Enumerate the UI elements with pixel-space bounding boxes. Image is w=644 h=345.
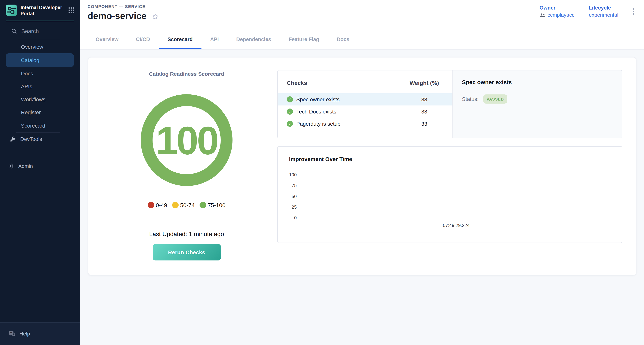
check-detail-title: Spec owner exists [462,79,613,85]
kebab-menu-icon[interactable] [633,5,634,15]
legend-item-high: 75-100 [200,202,226,208]
column-header-checks: Checks [287,80,400,86]
x-axis-tick: 07:49:29.224 [443,223,470,228]
last-updated-text: Last Updated: 1 minute ago [96,231,277,238]
tab-overview[interactable]: Overview [87,28,127,49]
sidebar-item-docs[interactable]: Docs [0,67,80,80]
y-axis-tick: 0 [283,215,297,220]
rerun-checks-button[interactable]: Rerun Checks [152,244,221,260]
scorecard-card: Catalog Readiness Scorecard 100 0-49 [88,57,636,275]
sidebar-item-label: DevTools [20,136,42,142]
admin-label: Admin [18,163,33,169]
score-value: 100 [156,118,217,162]
y-axis-tick: 50 [283,194,297,199]
search-icon [11,28,17,34]
sidebar-item-admin[interactable]: Admin [0,160,80,172]
sidebar-help[interactable]: ? Help [0,322,80,345]
legend-dot-yellow [172,202,178,208]
sidebar-item-label: Register [21,110,41,116]
help-icon: ? [8,330,16,337]
check-passed-icon [287,108,293,114]
sidebar: Internal Developer Portal Overview Catal… [0,0,80,345]
page-title: demo-service [88,11,146,21]
app-root: Internal Developer Portal Overview Catal… [0,0,644,345]
status-label: Status: [462,96,478,102]
checks-table: Checks Weight (%) Spec owner exists 33 [278,70,452,138]
legend-item-low: 0-49 [148,202,167,208]
check-weight: 33 [400,121,448,127]
check-name: Pagerduty is setup [296,121,340,127]
lifecycle-block: Lifecycle experimental [589,5,618,18]
wrench-icon [10,136,16,142]
y-axis-tick: 75 [283,183,297,188]
sidebar-item-register[interactable]: Register [0,106,80,119]
sidebar-section-divider [6,154,74,154]
owner-link[interactable]: ccmplayacc [540,12,574,18]
column-header-weight: Weight (%) [400,80,448,86]
sidebar-spacer [0,172,80,322]
y-axis-tick: 25 [283,204,297,210]
main-area: COMPONENT — SERVICE demo-service Owner [80,0,644,345]
sidebar-header: Internal Developer Portal [0,0,80,21]
apps-grid-icon[interactable] [68,7,74,13]
improvement-chart-card: Improvement Over Time 100 75 50 25 0 07:… [277,146,622,243]
sidebar-item-scorecard[interactable]: Scorecard [0,120,80,132]
entity-header: COMPONENT — SERVICE demo-service Owner [80,0,644,28]
sidebar-item-label: Overview [21,44,43,50]
entity-header-right: Owner ccmplayacc [540,0,634,28]
sidebar-item-devtools[interactable]: DevTools [0,133,80,146]
check-passed-icon [287,96,293,102]
tab-dependencies[interactable]: Dependencies [228,28,280,49]
score-column: Catalog Readiness Scorecard 100 0-49 [88,58,277,275]
table-row-tech-docs[interactable]: Tech Docs exists 33 [278,106,452,118]
svg-text:?: ? [10,331,12,334]
legend-dot-red [148,202,154,208]
sidebar-item-label: Docs [21,71,33,77]
gear-icon [8,163,14,169]
sidebar-item-workflows[interactable]: Workflows [0,93,80,106]
tab-docs[interactable]: Docs [328,28,358,49]
legend-dot-green [200,202,206,208]
search-underline [18,40,60,40]
table-row-spec-owner[interactable]: Spec owner exists 33 [278,93,452,106]
sidebar-nav: Overview Catalog Docs APIs Workflows Reg… [0,40,80,146]
help-label: Help [20,331,30,336]
owner-label[interactable]: Owner [540,5,574,11]
portal-logo-icon[interactable] [6,4,17,16]
legend-item-mid: 50-74 [172,202,195,208]
sidebar-item-label: Workflows [21,96,46,102]
sidebar-item-catalog[interactable]: Catalog [6,54,74,67]
check-passed-icon [287,121,293,127]
table-row-pagerduty[interactable]: Pagerduty is setup 33 [278,118,452,130]
favorite-star-icon[interactable] [152,13,159,20]
tab-scorecard[interactable]: Scorecard [159,28,202,49]
users-icon [540,13,545,17]
breadcrumb: COMPONENT — SERVICE [88,4,159,9]
y-axis-tick: 100 [283,172,297,178]
sidebar-search[interactable] [0,22,80,35]
lifecycle-value: experimental [589,12,618,18]
chart-title: Improvement Over Time [289,156,352,162]
search-input[interactable] [20,28,62,35]
check-weight: 33 [400,108,448,114]
entity-tabs: Overview CI/CD Scorecard API Dependencie… [80,28,644,50]
status-badge: PASSED [483,94,507,104]
tab-cicd[interactable]: CI/CD [127,28,159,49]
owner-block: Owner ccmplayacc [540,5,574,18]
sidebar-item-label: Catalog [21,57,40,64]
checks-and-detail-row: Checks Weight (%) Spec owner exists 33 [277,70,622,138]
tab-feature-flag[interactable]: Feature Flag [280,28,328,49]
check-name: Spec owner exists [296,96,340,102]
portal-title: Internal Developer Portal [20,4,65,17]
sidebar-item-apis[interactable]: APIs [0,80,80,93]
check-name: Tech Docs exists [296,108,336,114]
sidebar-item-overview[interactable]: Overview [0,40,80,54]
check-weight: 33 [400,96,448,102]
score-gauge: 100 [96,94,277,186]
content-area: Catalog Readiness Scorecard 100 0-49 [80,50,644,345]
lifecycle-label[interactable]: Lifecycle [589,5,618,11]
checks-table-header: Checks Weight (%) [278,70,452,92]
tab-api[interactable]: API [202,28,228,49]
score-legend: 0-49 50-74 75-100 [96,202,277,208]
check-detail-panel: Spec owner exists Status: PASSED [452,70,622,138]
